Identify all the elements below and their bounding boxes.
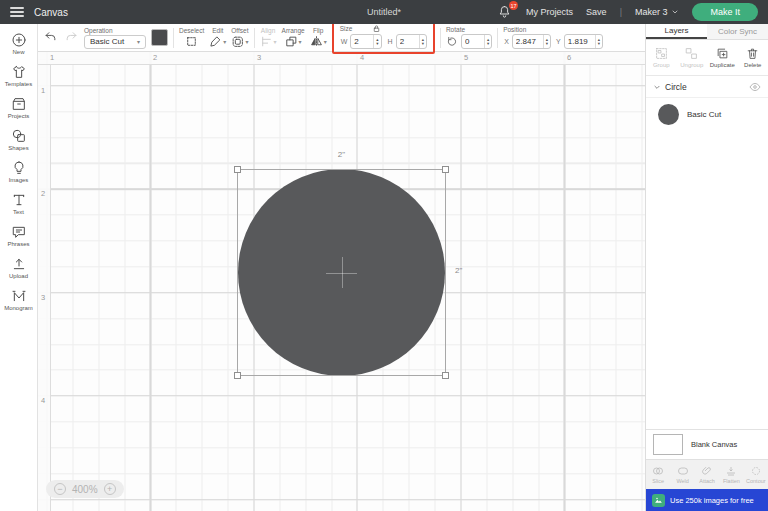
resize-handle-top-right[interactable]: [442, 166, 449, 173]
size-label: Size: [340, 25, 353, 32]
duplicate-button[interactable]: Duplicate: [707, 40, 738, 75]
slice-label: Slice: [652, 478, 664, 484]
document-title[interactable]: Untitled*: [367, 7, 401, 17]
contour-label: Contour: [746, 478, 766, 484]
chevron-down-icon: [671, 8, 679, 16]
contour-button[interactable]: Contour: [744, 460, 768, 489]
color-swatch[interactable]: [151, 29, 168, 46]
panel-tabs: Layers Color Sync: [646, 24, 768, 40]
flatten-label: Flatten: [723, 478, 740, 484]
operation-dropdown[interactable]: Basic Cut ▾: [84, 35, 146, 49]
machine-name: Maker 3: [635, 7, 668, 17]
tab-color-sync[interactable]: Color Sync: [707, 24, 768, 39]
my-projects-link[interactable]: My Projects: [526, 7, 573, 17]
resize-handle-bottom-left[interactable]: [234, 372, 241, 379]
resize-handle-top-left[interactable]: [234, 166, 241, 173]
y-input[interactable]: [565, 35, 595, 48]
blank-canvas-row[interactable]: Blank Canvas: [646, 429, 768, 459]
eye-icon[interactable]: [749, 81, 761, 93]
save-link[interactable]: Save: [586, 7, 607, 17]
toolbar-divider: [497, 28, 498, 48]
edit-toolbar: Operation Basic Cut ▾ Deselect Edit: [38, 24, 645, 52]
sidebar-item-templates[interactable]: Templates: [0, 60, 37, 92]
sidebar-item-images[interactable]: Images: [0, 156, 37, 188]
flip-label: Flip: [313, 27, 323, 34]
rotate-stepper[interactable]: ▴ ▾: [484, 35, 491, 48]
text-icon: [11, 192, 27, 208]
operation-value: Basic Cut: [90, 37, 124, 46]
y-stepper[interactable]: ▴ ▾: [595, 35, 602, 48]
edit-button[interactable]: Edit ▾: [209, 27, 226, 48]
new-icon: [11, 32, 27, 48]
height-label: H: [388, 38, 393, 45]
ruler-number: 5: [464, 53, 468, 62]
resize-handle-bottom-right[interactable]: [442, 372, 449, 379]
zoom-in-button[interactable]: +: [104, 483, 116, 495]
slice-icon: [652, 465, 664, 477]
arrange-button[interactable]: Arrange ▾: [282, 27, 305, 48]
height-input[interactable]: [397, 35, 419, 48]
height-stepper[interactable]: ▴ ▾: [419, 35, 426, 48]
width-stepper[interactable]: ▴ ▾: [373, 35, 380, 48]
deselect-label: Deselect: [179, 27, 204, 34]
images-promo-banner[interactable]: Use 250k images for free: [646, 489, 768, 511]
layer-group-row[interactable]: Circle: [646, 76, 768, 98]
ungroup-button[interactable]: Ungroup: [677, 40, 708, 75]
position-label: Position: [503, 26, 603, 33]
lock-icon[interactable]: [372, 24, 381, 33]
sidebar-item-new[interactable]: New: [0, 28, 37, 60]
sidebar-item-text[interactable]: Text: [0, 188, 37, 220]
notifications-button[interactable]: 17: [497, 4, 513, 20]
redo-button[interactable]: [63, 29, 79, 47]
slice-button[interactable]: Slice: [646, 460, 670, 489]
dropdown-caret-icon: ▾: [223, 38, 226, 45]
sidebar-item-projects[interactable]: Projects: [0, 92, 37, 124]
weld-button[interactable]: Weld: [670, 460, 694, 489]
align-button[interactable]: Align ▾: [260, 27, 277, 48]
monogram-icon: [11, 288, 27, 304]
tab-layers[interactable]: Layers: [646, 24, 707, 39]
x-stepper[interactable]: ▴ ▾: [543, 35, 550, 48]
operation-group: Operation Basic Cut ▾: [84, 27, 146, 49]
pencil-icon: [209, 35, 222, 48]
make-it-button[interactable]: Make It: [692, 3, 758, 21]
attach-button[interactable]: Attach: [695, 460, 719, 489]
layers-empty-space: [646, 130, 768, 429]
sidebar-item-monogram[interactable]: Monogram: [0, 284, 37, 316]
delete-label: Delete: [744, 62, 761, 68]
group-label: Group: [653, 62, 670, 68]
machine-selector[interactable]: Maker 3: [635, 7, 680, 17]
flatten-button[interactable]: Flatten: [719, 460, 743, 489]
ruler-number: 1: [50, 53, 54, 62]
align-icon: [260, 35, 273, 48]
ungroup-label: Ungroup: [680, 62, 703, 68]
design-canvas[interactable]: 1 2 3 4 5 6 1 2 3 4 2" 2": [38, 52, 645, 511]
menu-icon[interactable]: [0, 2, 34, 22]
size-group-highlighted: Size W ▴ ▾ H: [332, 21, 435, 54]
selection-bounding-box[interactable]: [237, 169, 446, 376]
width-label: W: [341, 38, 348, 45]
flip-button[interactable]: Flip ▾: [310, 27, 327, 48]
shirt-icon: [11, 64, 27, 80]
sidebar-item-label: Upload: [9, 273, 28, 279]
toolbar-divider: [173, 28, 174, 48]
deselect-button[interactable]: Deselect: [179, 27, 204, 48]
delete-button[interactable]: Delete: [738, 40, 768, 75]
zoom-out-button[interactable]: −: [54, 483, 66, 495]
sidebar-item-shapes[interactable]: Shapes: [0, 124, 37, 156]
offset-button[interactable]: Offset ▾: [231, 27, 248, 48]
x-input[interactable]: [513, 35, 543, 48]
sidebar-item-phrases[interactable]: Phrases: [0, 220, 37, 252]
redo-icon: [65, 30, 78, 43]
layer-actions: Group Ungroup Duplicate Delete: [646, 40, 768, 76]
rotate-icon[interactable]: [446, 36, 457, 47]
group-button[interactable]: Group: [646, 40, 677, 75]
layer-row-basic-cut[interactable]: Basic Cut: [646, 98, 768, 130]
rotate-input[interactable]: [462, 35, 484, 48]
sidebar-item-label: Shapes: [8, 145, 28, 151]
width-input[interactable]: [351, 35, 373, 48]
top-bar: Canvas Untitled* 17 My Projects Save | M…: [0, 0, 768, 24]
undo-button[interactable]: [42, 29, 58, 47]
undo-icon: [44, 30, 57, 43]
sidebar-item-upload[interactable]: Upload: [0, 252, 37, 284]
